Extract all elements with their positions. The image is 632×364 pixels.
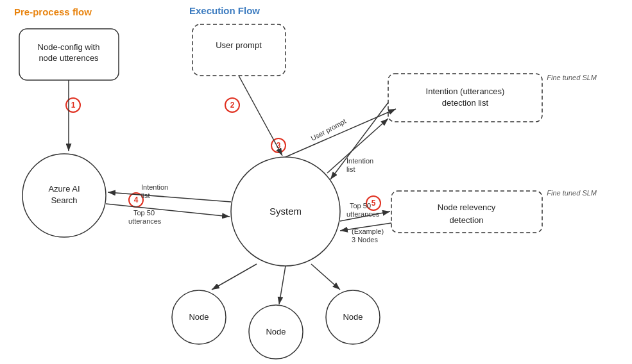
svg-text:Intention: Intention xyxy=(141,183,168,191)
svg-text:node utterences: node utterences xyxy=(38,53,99,63)
svg-text:Top 50: Top 50 xyxy=(350,202,371,210)
svg-text:detection: detection xyxy=(450,215,484,225)
svg-text:utterances: utterances xyxy=(128,217,162,225)
svg-line-26 xyxy=(330,103,388,179)
svg-text:list: list xyxy=(346,165,355,173)
svg-line-25 xyxy=(286,109,396,157)
svg-text:detection list: detection list xyxy=(442,98,489,108)
svg-text:User prompt: User prompt xyxy=(216,40,262,50)
svg-line-31 xyxy=(212,264,257,290)
svg-text:Top 50: Top 50 xyxy=(133,209,155,217)
svg-text:Node-config with: Node-config with xyxy=(38,42,100,52)
svg-line-33 xyxy=(311,264,340,290)
svg-text:Node: Node xyxy=(343,312,363,322)
svg-line-28 xyxy=(106,204,230,217)
svg-text:Node relevency: Node relevency xyxy=(438,203,496,212)
svg-text:Search: Search xyxy=(51,195,77,205)
svg-text:3 Nodes: 3 Nodes xyxy=(352,236,378,244)
svg-line-27 xyxy=(108,192,231,202)
svg-text:Intention (utterances): Intention (utterances) xyxy=(426,87,505,96)
svg-text:Azure AI: Azure AI xyxy=(48,184,80,194)
diagram-svg: Node-config with node utterences User pr… xyxy=(0,0,632,364)
svg-text:Node: Node xyxy=(266,327,286,336)
svg-text:list: list xyxy=(141,192,149,199)
svg-text:Node: Node xyxy=(189,312,209,322)
svg-text:Intention: Intention xyxy=(346,157,373,165)
svg-rect-3 xyxy=(192,24,286,76)
svg-line-23 xyxy=(239,76,282,156)
svg-line-32 xyxy=(279,266,286,304)
svg-text:(Example): (Example) xyxy=(352,228,384,235)
svg-text:utterances: utterances xyxy=(346,210,380,218)
svg-text:System: System xyxy=(269,206,302,217)
diagram-container: Pre-process flow Execution Flow Fine tun… xyxy=(0,0,632,364)
